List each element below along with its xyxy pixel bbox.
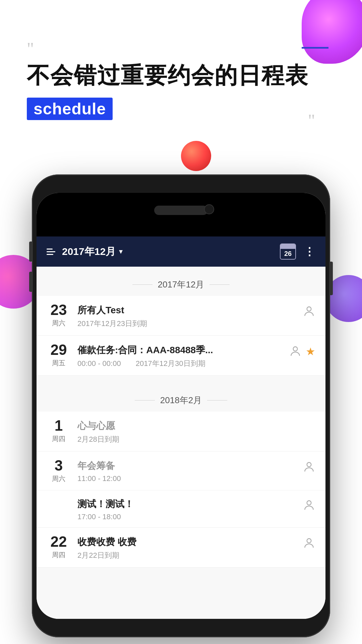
item-title: 测试！测试！	[77, 498, 296, 511]
month-selector[interactable]: 2017年12月 ▾	[62, 245, 273, 259]
month-divider-feb: 2018年2月	[37, 389, 325, 412]
divider-line-right	[207, 400, 227, 400]
item-subtitle: 11:00 - 12:00	[77, 474, 296, 483]
menu-line-1	[47, 249, 53, 250]
date-number: 3	[47, 458, 71, 473]
date-weekday: 周六	[47, 319, 71, 328]
more-options-button[interactable]: ⋮	[304, 245, 315, 258]
phone-mockup: 2017年12月 ▾ 26 ⋮	[32, 174, 330, 637]
item-info: 心与心愿 2月28日到期	[77, 418, 315, 444]
item-subtitle: 2017年12月23日到期	[77, 319, 296, 329]
phone-camera	[204, 204, 214, 214]
date-column: 23 周六	[47, 303, 71, 328]
dropdown-arrow-icon: ▾	[119, 247, 123, 256]
app-content: 2017年12月 23 周六 所有人Test 2017年12月23日到期	[37, 267, 325, 619]
item-subtitle: 2月22日到期	[77, 550, 296, 560]
quote-mark-open: "	[27, 40, 335, 58]
month-section-label: 2018年2月	[160, 394, 202, 406]
date-column: 22 周四	[47, 534, 71, 559]
volume-down-button	[29, 272, 32, 292]
person-icon	[303, 499, 315, 512]
month-divider-dec: 2017年12月	[37, 273, 325, 296]
date-weekday: 周六	[47, 474, 71, 483]
date-weekday: 周五	[47, 359, 71, 368]
svg-point-1	[293, 347, 298, 351]
headline: 不会错过重要约会的日程表	[27, 61, 335, 90]
person-icon	[303, 461, 315, 474]
phone-screen: 2017年12月 ▾ 26 ⋮	[37, 193, 325, 619]
item-info: 年会筹备 11:00 - 12:00	[77, 458, 296, 483]
item-info: 催款任务:合同：AAA-88488季... 00:00 - 00:00 2017…	[77, 342, 282, 369]
item-icons	[303, 458, 315, 474]
item-subtitle: 00:00 - 00:00 2017年12月30日到期	[77, 359, 282, 369]
schedule-badge: schedule	[27, 98, 113, 120]
item-icons	[303, 496, 315, 512]
calendar-today-button[interactable]: 26	[280, 244, 296, 260]
svg-point-0	[307, 307, 311, 311]
person-icon	[289, 345, 302, 358]
svg-point-2	[307, 463, 311, 467]
schedule-item[interactable]: 3 周六 年会筹备 11:00 - 12:00	[37, 451, 325, 490]
schedule-group: 3 周六 年会筹备 11:00 - 12:00	[37, 451, 325, 528]
month-section-dec-2017: 2017年12月 23 周六 所有人Test 2017年12月23日到期	[37, 267, 325, 382]
date-number: 1	[47, 418, 71, 433]
item-info: 所有人Test 2017年12月23日到期	[77, 303, 296, 329]
phone-speaker	[154, 206, 208, 215]
person-icon	[303, 305, 315, 318]
star-icon: ★	[306, 345, 315, 358]
date-weekday: 周四	[47, 434, 71, 443]
phone-top-bar	[37, 193, 325, 236]
item-title: 收费收费 收费	[77, 536, 296, 548]
divider-line-left	[132, 284, 153, 285]
date-number: 22	[47, 534, 71, 549]
date-number: 23	[47, 303, 71, 317]
item-icons	[303, 303, 315, 318]
phone-body: 2017年12月 ▾ 26 ⋮	[32, 174, 330, 637]
menu-line-3	[47, 254, 53, 255]
divider-line-left	[135, 400, 155, 400]
month-section-feb-2018: 2018年2月 1 周四 心与心愿 2月28日到期	[37, 382, 325, 574]
item-subtitle: 2月28日到期	[77, 434, 315, 444]
calendar-date-number: 26	[284, 250, 292, 258]
svg-point-4	[307, 539, 311, 543]
schedule-item[interactable]: 29 周五 催款任务:合同：AAA-88488季... 00:00 - 00:0…	[37, 336, 325, 376]
date-column: 1 周四	[47, 418, 71, 443]
schedule-item[interactable]: 22 周四 收费收费 收费 2月22日到期	[37, 528, 325, 568]
header-right-icons: 26 ⋮	[280, 244, 315, 260]
person-icon	[303, 537, 315, 550]
item-info: 测试！测试！ 17:00 - 18:00	[77, 496, 296, 521]
date-number: 29	[47, 342, 71, 357]
power-button	[330, 262, 333, 295]
date-column: 3 周六	[47, 458, 71, 483]
schedule-item[interactable]: 1 周四 心与心愿 2月28日到期	[37, 412, 325, 451]
app-header: 2017年12月 ▾ 26 ⋮	[37, 236, 325, 267]
divider-line-right	[209, 284, 230, 285]
quote-mark-close: "	[308, 111, 315, 130]
menu-line-2	[47, 251, 55, 252]
item-title: 心与心愿	[77, 420, 315, 432]
item-icons	[303, 534, 315, 550]
item-title: 年会筹备	[77, 460, 296, 472]
item-icons: ★	[289, 342, 315, 358]
schedule-sub-item[interactable]: 测试！测试！ 17:00 - 18:00	[37, 490, 325, 527]
schedule-item[interactable]: 23 周六 所有人Test 2017年12月23日到期	[37, 296, 325, 336]
calendar-icon-top	[281, 244, 295, 249]
header-section: " 不会错过重要约会的日程表 schedule "	[27, 40, 335, 120]
current-month-label: 2017年12月	[62, 245, 116, 259]
menu-button[interactable]	[47, 249, 55, 255]
volume-up-button	[29, 241, 32, 262]
item-info: 收费收费 收费 2月22日到期	[77, 534, 296, 560]
item-subtitle: 17:00 - 18:00	[77, 513, 296, 521]
month-section-label: 2017年12月	[158, 279, 204, 290]
item-title: 所有人Test	[77, 304, 296, 317]
date-column: 29 周五	[47, 342, 71, 368]
svg-point-3	[307, 501, 311, 505]
item-title: 催款任务:合同：AAA-88488季...	[77, 344, 282, 357]
pink-orb-decoration	[181, 141, 211, 171]
date-weekday: 周四	[47, 550, 71, 559]
